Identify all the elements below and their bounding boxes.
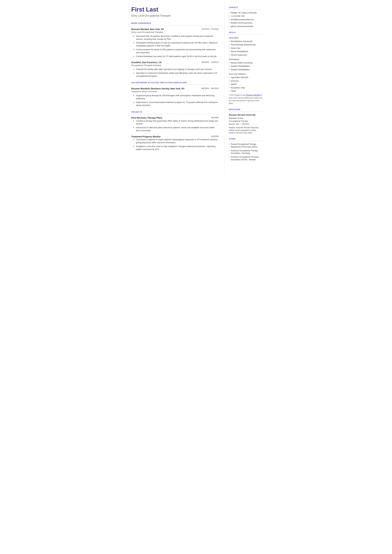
skill-item: Psychotherapy (Experienced) [229,43,263,46]
other-header: OTHER [229,138,263,141]
edu-degree: Bachelor of Arts [229,117,263,120]
work-experience-header: WORK EXPERIENCE [131,22,219,25]
tool-item: TENS [229,90,263,92]
project-block-1: Post Recovery Therapy Plans 05/2009 Crea… [131,116,219,132]
skill-item: Mental Health Counseling [229,62,263,64]
contact-header: CONTACT [229,6,263,10]
job-header-2: Growthsi, San Francisco, CA 06/2010 – 12… [131,61,219,64]
job-role-2: Occupational Therapist Assistant [131,64,219,67]
tools-label: Tools and Software: [229,73,263,76]
bullet: Created a therapy that guarantees 90% sa… [133,119,219,126]
bullet: Conceived a regimen to report patients' … [133,138,219,144]
vol-header-1: Resume Worded's Business Society, New Yo… [131,87,219,90]
left-column: First Last Entry Level Occupational Ther… [125,0,224,174]
resume-page: First Last Entry Level Occupational Ther… [125,0,267,174]
other-item-1: Passed Occupational Therapy Registered (… [229,143,263,148]
tool-item: OpenOffice WRITER [229,76,263,79]
vol-role-1: Substance Abuse Counselor [131,90,219,93]
job-bullets-2: Cleaned the facility after daily operati… [131,68,219,78]
edu-awards: Awards: Resume Worded Teaching Fellow (o… [229,126,263,134]
bullet: Developed individual plans of care by ev… [133,41,219,47]
hard-skills-list: Rehabilitation (Advanced) Psychotherapy … [229,40,263,56]
job-block-2: Growthsi, San Francisco, CA 06/2010 – 12… [131,61,219,78]
vol-bullets-1: Organized group therapy for 200 teenager… [131,94,219,107]
edu-school: Resume Worded University [229,113,263,117]
skill-item: Clinical Supervision [229,54,263,56]
hard-skills-label: Hard Skills: [229,36,263,39]
project-header-1: Post Recovery Therapy Plans 05/2009 [131,116,219,119]
projects-header: PROJECTS [131,111,219,114]
contact-item: linkedin.com/in/username [229,22,263,24]
other-item-3: American Occupational Therapist Associat… [229,156,263,161]
bullet: Introduced 15 aftercare plans tailored t… [133,126,219,132]
other-item-2: American Occupational Therapy Foundation… [229,149,263,155]
job-company-1: Resume Worded, New York, NY [131,28,164,31]
job-block-1: Resume Worded, New York, NY 01/2015 – Pr… [131,28,219,58]
project-block-2: Treatment Progress Monitor 04/2009 Conce… [131,135,219,151]
bullet: Communicated the needs of 200 patients t… [133,48,219,54]
contact-list: Raleigh, NC (Open to Remote) +1-234-456-… [229,12,263,28]
candidate-title: Entry Level Occupational Therapist [131,14,219,18]
bullet: Designed a care plan chart to help careg… [133,145,219,151]
contact-item: +1-234-456-789 [229,15,263,18]
right-column: CONTACT Raleigh, NC (Open to Remote) +1-… [224,0,267,174]
edu-field: Occupational Therapy [229,120,263,123]
job-role-1: Entry Level Occupational Therapist [131,31,219,34]
bullet: Organized group therapy for 200 teenager… [133,94,219,100]
job-date-1: 01/2015 – Present [202,28,218,31]
education-header: EDUCATION [229,108,263,112]
vol-org-1: Resume Worded's Business Society, New Yo… [131,87,185,90]
skill-item: Stroke Rehabilitation [229,50,263,53]
job-bullets-1: Interacted with 19 patients about their … [131,35,219,58]
job-date-2: 06/2010 – 12/2014 [202,61,218,64]
bullet: Cleaned the facility after daily operati… [133,68,219,71]
job-header-1: Resume Worded, New York, NY 01/2015 – Pr… [131,28,219,31]
project-name-1: Post Recovery Therapy Plans [131,116,162,119]
skill-item: Geriatric Rehabilitation [229,68,263,71]
tool-item: DrChrono [229,80,263,83]
promo-text: • Don't forget to use Resume Worded to s… [229,94,263,105]
tool-item: WebPT [229,83,263,86]
project-bullets-1: Created a therapy that guarantees 90% sa… [131,119,219,132]
candidate-name: First Last [131,6,219,13]
techniques-list: Mental Health Counseling Inpatient Rehab… [229,62,263,71]
project-name-2: Treatment Progress Monitor [131,135,161,138]
skill-item: Home Care [229,47,263,49]
contact-item: Raleigh, NC (Open to Remote) [229,12,263,14]
job-company-2: Growthsi, San Francisco, CA [131,61,162,64]
techniques-label: Techniques: [229,58,263,61]
contact-item: github.com/resumeworded [229,25,263,28]
skills-header: SKILLS [229,31,263,35]
bullet: Interacted with 19 patients about their … [133,35,219,41]
edu-location: Boston, MA — 05/2010 [229,123,263,126]
skill-item: Rehabilitation (Advanced) [229,40,263,43]
resume-worded-link[interactable]: Resume Worded [246,94,260,96]
bullet: Created individual care plans for 37 adu… [133,55,219,58]
bullet: Operated 13 motorized wheelchairs safely… [133,72,219,78]
skill-item: Inpatient Rehabilitation [229,65,263,68]
vol-date-1: 06/2009 – 04/2010 [202,87,218,90]
tools-list: OpenOffice WRITER DrChrono WebPT Kinesth… [229,76,263,92]
vol-block-1: Resume Worded's Business Society, New Yo… [131,87,219,107]
project-header-2: Treatment Progress Monitor 04/2009 [131,135,219,138]
project-bullets-2: Conceived a regimen to report patients' … [131,138,219,151]
bullet: Supervised a community-based treatment p… [133,101,219,107]
tool-item: Kinesthetic Chair [229,87,263,89]
volunteering-header: VOLUNTEERING ACTIVITIES AND EXTRACURRICU… [131,81,219,85]
contact-item: email@resumeworded.com [229,18,263,21]
project-date-2: 04/2009 [211,135,219,138]
project-date-1: 05/2009 [211,116,219,119]
